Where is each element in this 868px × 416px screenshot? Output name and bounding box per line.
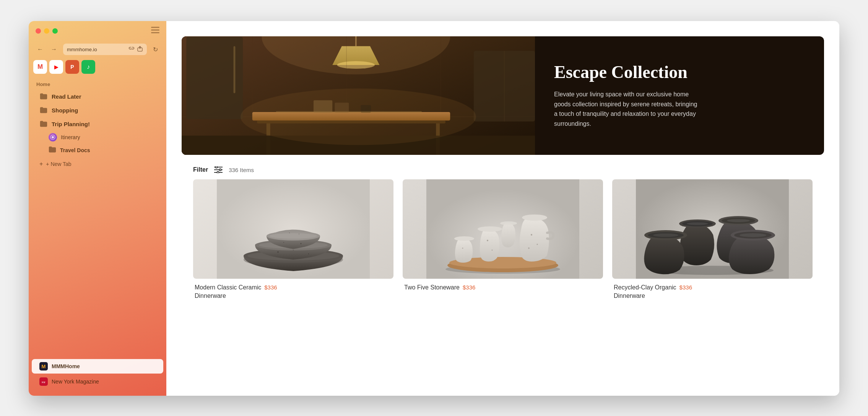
product-price-2: $336 <box>679 284 692 291</box>
sidebar-item-shopping[interactable]: Shopping <box>32 103 163 117</box>
new-tab-button[interactable]: + + New Tab <box>32 158 163 170</box>
travel-docs-label: Travel Docs <box>60 147 90 153</box>
product-name-line-1: Two Five Stoneware $336 <box>404 283 601 292</box>
bookmark-spotify[interactable]: ♪ <box>81 60 95 74</box>
back-button[interactable]: ← <box>36 44 45 54</box>
svg-text:NY: NY <box>42 381 46 384</box>
tab-ny-magazine[interactable]: NY New York Magazine <box>32 374 163 389</box>
svg-point-49 <box>301 243 302 244</box>
main-content: Escape Collection Elevate your living sp… <box>166 21 839 396</box>
browser-window: ← → mmmhome.io ↻ <box>29 21 839 396</box>
svg-point-34 <box>219 169 221 171</box>
product-info-0: Modern Classic CeramicDinnerware $336 <box>193 279 393 301</box>
refresh-button[interactable]: ↻ <box>151 44 159 55</box>
svg-point-58 <box>537 244 538 245</box>
svg-point-61 <box>487 240 488 241</box>
sidebar-item-read-later-label: Read Later <box>52 93 81 100</box>
address-bar[interactable]: mmmhome.io <box>63 44 147 55</box>
svg-point-79 <box>653 234 678 237</box>
svg-point-65 <box>500 221 517 225</box>
hero-wrapper: Escape Collection Elevate your living sp… <box>166 21 839 155</box>
forward-button[interactable]: → <box>49 44 59 54</box>
close-button[interactable] <box>36 28 41 34</box>
itinerary-circle-icon <box>49 133 57 141</box>
svg-point-45 <box>278 252 279 253</box>
filter-label: Filter <box>193 166 208 173</box>
product-price-1: $336 <box>463 284 475 291</box>
itinerary-label: Itinerary <box>61 134 80 140</box>
folder-icon-read-later <box>39 92 48 101</box>
product-name-1: Two Five Stoneware <box>404 283 460 292</box>
traffic-lights <box>36 28 58 34</box>
folder-icon-shopping <box>39 106 48 114</box>
product-card-0[interactable]: Modern Classic CeramicDinnerware $336 <box>193 179 393 301</box>
hero-description: Elevate your living space with our exclu… <box>554 89 699 128</box>
sidebar-item-trip-planning-label: Trip Planning! <box>52 121 90 127</box>
product-name-line-0: Modern Classic CeramicDinnerware $336 <box>195 283 392 301</box>
ny-magazine-tab-label: New York Magazine <box>52 379 99 385</box>
svg-point-64 <box>462 248 463 249</box>
svg-rect-1 <box>151 29 159 31</box>
mmmhome-favicon: M <box>39 362 48 370</box>
sidebar-toggle-icon[interactable] <box>151 27 159 35</box>
ny-magazine-favicon: NY <box>39 377 48 386</box>
sidebar-item-trip-planning[interactable]: Trip Planning! <box>32 117 163 131</box>
maximize-button[interactable] <box>52 28 58 34</box>
new-tab-plus-icon: + <box>39 161 43 167</box>
hero-image <box>182 36 535 155</box>
product-card-2[interactable]: Recycled-Clay OrganicDinnerware $336 <box>612 179 813 301</box>
svg-point-62 <box>492 250 493 251</box>
svg-point-36 <box>217 172 219 174</box>
hero-text: Escape Collection Elevate your living sp… <box>535 36 824 155</box>
svg-point-77 <box>687 223 708 225</box>
folder-icon-travel-docs <box>49 146 56 154</box>
svg-point-30 <box>241 89 476 145</box>
bookmark-producthunt[interactable]: P <box>65 60 79 74</box>
folder-icon-trip-planning <box>39 120 48 128</box>
sidebar-item-shopping-label: Shopping <box>52 107 78 114</box>
svg-point-63 <box>454 236 474 241</box>
sidebar: ← → mmmhome.io ↻ <box>29 21 166 396</box>
tab-mmmhome[interactable]: M MMMHome <box>32 359 163 374</box>
product-card-1[interactable]: Two Five Stoneware $336 <box>403 179 603 301</box>
product-price-0: $336 <box>264 284 277 291</box>
svg-point-12 <box>337 61 375 69</box>
hero-banner: Escape Collection Elevate your living sp… <box>182 36 824 155</box>
sidebar-sub-item-itinerary[interactable]: Itinerary <box>32 131 163 144</box>
new-tab-label: + New Tab <box>46 161 71 167</box>
product-grid: Modern Classic CeramicDinnerware $336 <box>182 179 824 316</box>
bookmark-gmail[interactable]: M <box>33 60 47 74</box>
svg-point-50 <box>289 232 290 233</box>
svg-point-59 <box>528 247 530 249</box>
svg-point-48 <box>283 242 284 243</box>
svg-point-76 <box>727 219 750 222</box>
svg-point-60 <box>478 226 502 232</box>
titlebar <box>29 21 166 41</box>
url-text: mmmhome.io <box>67 47 97 52</box>
svg-point-5 <box>52 136 54 138</box>
filter-button[interactable] <box>214 166 223 173</box>
product-name-0: Modern Classic CeramicDinnerware <box>195 283 261 301</box>
minimize-button[interactable] <box>44 28 49 34</box>
product-image-2 <box>612 179 813 279</box>
sidebar-item-read-later[interactable]: Read Later <box>32 89 163 103</box>
sidebar-tabs: M MMMHome NY New York Magazine <box>29 355 166 396</box>
link-icon <box>128 46 135 53</box>
svg-point-47 <box>293 250 294 250</box>
svg-point-56 <box>522 214 547 221</box>
svg-point-44 <box>270 233 317 239</box>
product-name-line-2: Recycled-Clay OrganicDinnerware $336 <box>614 283 811 301</box>
svg-rect-2 <box>151 32 159 33</box>
nav-bar: ← → mmmhome.io ↻ <box>29 41 166 58</box>
sidebar-sub-item-travel-docs[interactable]: Travel Docs <box>32 144 163 156</box>
svg-rect-18 <box>234 46 236 93</box>
items-count: 336 Items <box>229 167 254 173</box>
mmmhome-tab-label: MMMHome <box>52 363 80 369</box>
svg-point-46 <box>308 253 309 254</box>
bookmark-youtube[interactable]: ▶ <box>49 60 63 74</box>
bookmarks-bar: M ▶ P ♪ <box>29 58 166 76</box>
svg-rect-0 <box>151 27 159 28</box>
hero-title: Escape Collection <box>554 63 805 82</box>
sidebar-scroll-content: Home Read Later Shopping <box>29 76 166 355</box>
svg-point-51 <box>299 234 299 234</box>
